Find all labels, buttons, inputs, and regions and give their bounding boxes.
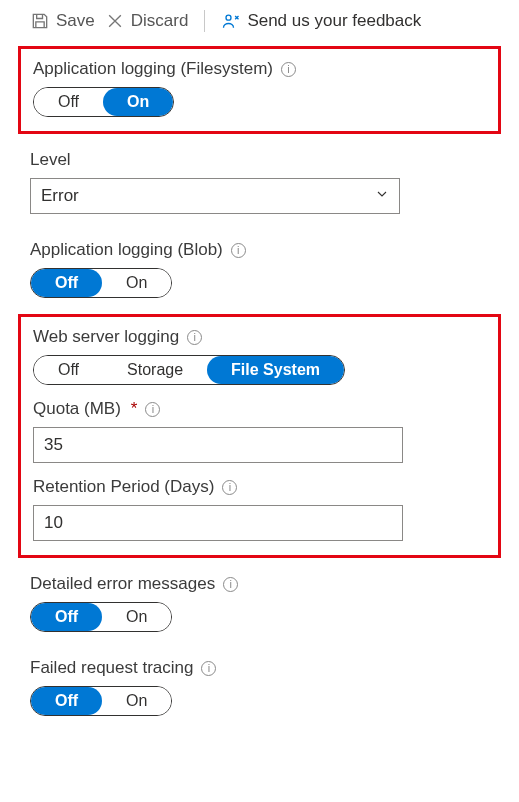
failed-request-section: Failed request tracing i Off On xyxy=(0,648,519,726)
web-server-logging-section: Web server logging i Off Storage File Sy… xyxy=(18,314,501,558)
level-section: Level Error xyxy=(0,140,519,224)
discard-label: Discard xyxy=(131,11,189,31)
failed-request-toggle[interactable]: Off On xyxy=(30,686,172,716)
detailed-errors-label: Detailed error messages xyxy=(30,574,215,594)
detailed-errors-on[interactable]: On xyxy=(102,603,171,631)
info-icon[interactable]: i xyxy=(281,62,296,77)
app-logging-fs-label: Application logging (Filesystem) xyxy=(33,59,273,79)
level-select[interactable]: Error xyxy=(30,178,400,214)
info-icon[interactable]: i xyxy=(231,243,246,258)
app-logging-fs-toggle[interactable]: Off On xyxy=(33,87,174,117)
required-marker: * xyxy=(131,399,138,419)
detailed-errors-section: Detailed error messages i Off On xyxy=(0,564,519,642)
info-icon[interactable]: i xyxy=(222,480,237,495)
quota-input[interactable] xyxy=(33,427,403,463)
save-button[interactable]: Save xyxy=(30,11,95,31)
toolbar-separator xyxy=(204,10,205,32)
app-logging-blob-off[interactable]: Off xyxy=(31,269,102,297)
failed-request-label: Failed request tracing xyxy=(30,658,193,678)
feedback-button[interactable]: Send us your feedback xyxy=(221,11,421,31)
web-logging-filesystem[interactable]: File System xyxy=(207,356,344,384)
close-icon xyxy=(105,11,125,31)
info-icon[interactable]: i xyxy=(201,661,216,676)
svg-point-0 xyxy=(226,15,231,20)
app-logging-blob-section: Application logging (Blob) i Off On xyxy=(0,230,519,308)
level-value: Error xyxy=(41,186,79,206)
info-icon[interactable]: i xyxy=(187,330,202,345)
web-logging-storage[interactable]: Storage xyxy=(103,356,207,384)
feedback-label: Send us your feedback xyxy=(247,11,421,31)
app-logging-blob-toggle[interactable]: Off On xyxy=(30,268,172,298)
save-label: Save xyxy=(56,11,95,31)
save-icon xyxy=(30,11,50,31)
toolbar: Save Discard Send us your feedback xyxy=(0,0,519,40)
app-logging-fs-on[interactable]: On xyxy=(103,88,173,116)
discard-button[interactable]: Discard xyxy=(105,11,189,31)
retention-label: Retention Period (Days) xyxy=(33,477,214,497)
failed-request-off[interactable]: Off xyxy=(31,687,102,715)
info-icon[interactable]: i xyxy=(223,577,238,592)
feedback-icon xyxy=(221,11,241,31)
failed-request-on[interactable]: On xyxy=(102,687,171,715)
detailed-errors-off[interactable]: Off xyxy=(31,603,102,631)
level-label: Level xyxy=(30,150,71,170)
app-logging-fs-off[interactable]: Off xyxy=(34,88,103,116)
retention-input[interactable] xyxy=(33,505,403,541)
quota-label: Quota (MB) xyxy=(33,399,121,419)
web-server-logging-label: Web server logging xyxy=(33,327,179,347)
info-icon[interactable]: i xyxy=(145,402,160,417)
app-logging-blob-label: Application logging (Blob) xyxy=(30,240,223,260)
app-logging-filesystem-section: Application logging (Filesystem) i Off O… xyxy=(18,46,501,134)
detailed-errors-toggle[interactable]: Off On xyxy=(30,602,172,632)
web-logging-off[interactable]: Off xyxy=(34,356,103,384)
app-logging-blob-on[interactable]: On xyxy=(102,269,171,297)
web-server-logging-toggle[interactable]: Off Storage File System xyxy=(33,355,345,385)
